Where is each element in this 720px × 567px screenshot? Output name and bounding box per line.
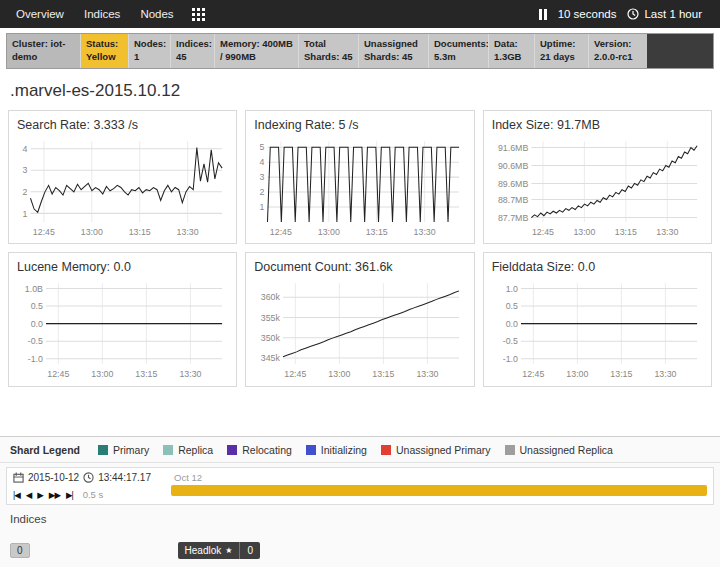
svg-text:-1.0: -1.0 bbox=[28, 354, 43, 364]
svg-text:3: 3 bbox=[22, 165, 27, 175]
svg-text:0.5: 0.5 bbox=[31, 301, 43, 311]
cluster-uptime-cell: Uptime: 21 days bbox=[535, 34, 589, 68]
star-icon: ★ bbox=[225, 546, 232, 555]
unassigned-primary-swatch bbox=[381, 445, 391, 455]
skip-to-start-button[interactable]: |◀ bbox=[13, 490, 20, 500]
svg-text:87.7MB: 87.7MB bbox=[498, 212, 528, 222]
cluster-status-bar: Cluster: iot-demo Status: Yellow Nodes: … bbox=[6, 33, 714, 69]
refresh-interval-label[interactable]: 10 seconds bbox=[558, 8, 617, 20]
legend-item-unassigned-replica: Unassigned Replica bbox=[505, 444, 613, 456]
cluster-indices-cell: Indices: 45 bbox=[171, 34, 215, 68]
svg-text:0.0: 0.0 bbox=[505, 319, 517, 329]
primary-swatch bbox=[98, 445, 108, 455]
relocating-swatch bbox=[227, 445, 237, 455]
svg-text:13:15: 13:15 bbox=[135, 370, 157, 380]
legend-item-relocating: Relocating bbox=[227, 444, 292, 456]
svg-text:355k: 355k bbox=[261, 313, 281, 323]
shard-legend-title: Shard Legend bbox=[10, 444, 80, 456]
timeline-time[interactable]: 13:44:17.17 bbox=[98, 472, 151, 483]
svg-text:89.6MB: 89.6MB bbox=[498, 178, 528, 188]
tab-indices[interactable]: Indices bbox=[74, 1, 130, 27]
play-button[interactable]: ▶ bbox=[37, 490, 43, 500]
chart-panel-fielddata-size: Fielddata Size: 0.0 12:4513:0013:1513:30… bbox=[483, 252, 712, 387]
svg-text:90.6MB: 90.6MB bbox=[498, 160, 528, 170]
document-count-title: Document Count: 361.6k bbox=[254, 260, 465, 274]
cluster-total-shards-cell: Total Shards: 45 bbox=[299, 34, 359, 68]
svg-text:12:45: 12:45 bbox=[532, 227, 554, 237]
navbar-right-controls: 10 seconds Last 1 hour bbox=[535, 8, 714, 20]
timeline-progress-bar[interactable] bbox=[171, 485, 707, 496]
svg-text:13:00: 13:00 bbox=[81, 227, 103, 237]
clock-icon bbox=[627, 8, 639, 20]
time-range-control[interactable]: Last 1 hour bbox=[623, 8, 706, 20]
indices-section-title: Indices bbox=[10, 513, 710, 525]
svg-text:12:45: 12:45 bbox=[285, 370, 307, 380]
svg-text:88.7MB: 88.7MB bbox=[498, 194, 528, 204]
step-back-button[interactable]: ◀ bbox=[26, 490, 32, 500]
svg-text:13:30: 13:30 bbox=[417, 370, 439, 380]
index-size-chart: 12:4513:0013:1513:3087.7MB88.7MB89.6MB90… bbox=[492, 135, 703, 241]
apps-grid-icon[interactable] bbox=[192, 8, 205, 21]
cluster-data-cell: Data: 1.3GB bbox=[489, 34, 535, 68]
legend-label: Replica bbox=[178, 444, 213, 456]
indices-row: 0 Headlok ★ 0 bbox=[10, 542, 710, 559]
timeline-date[interactable]: 2015-10-12 bbox=[28, 472, 79, 483]
shard-activity-section: Shard Legend Primary Replica Relocating … bbox=[0, 436, 720, 567]
timeline-range-label: Oct 12 bbox=[174, 472, 707, 483]
svg-text:13:15: 13:15 bbox=[373, 370, 395, 380]
pause-refresh-button[interactable] bbox=[535, 9, 551, 20]
cluster-documents-cell: Documents: 5.3m bbox=[429, 34, 489, 68]
tab-overview[interactable]: Overview bbox=[6, 1, 74, 27]
legend-item-initializing: Initializing bbox=[306, 444, 367, 456]
svg-text:13:15: 13:15 bbox=[129, 227, 151, 237]
cluster-version-cell: Version: 2.0.0-rc1 bbox=[589, 34, 647, 68]
svg-text:91.6MB: 91.6MB bbox=[498, 142, 528, 152]
svg-text:13:00: 13:00 bbox=[566, 370, 588, 380]
grid-icon-glyph bbox=[192, 8, 205, 21]
legend-label: Relocating bbox=[242, 444, 292, 456]
index-badge-name-wrap: Headlok ★ bbox=[178, 542, 240, 559]
svg-text:13:15: 13:15 bbox=[614, 227, 636, 237]
time-range-label: Last 1 hour bbox=[644, 8, 702, 20]
svg-text:13:00: 13:00 bbox=[91, 370, 113, 380]
cluster-nodes-cell: Nodes: 1 bbox=[129, 34, 171, 68]
lucene-memory-title: Lucene Memory: 0.0 bbox=[17, 260, 228, 274]
cluster-memory-cell: Memory: 400MB / 990MB bbox=[215, 34, 299, 68]
svg-text:1.0: 1.0 bbox=[505, 284, 517, 294]
top-navbar: Overview Indices Nodes 10 seconds bbox=[0, 0, 720, 28]
svg-text:1.0B: 1.0B bbox=[25, 284, 43, 294]
timeline-datetime: 2015-10-12 13:44:17.17 bbox=[13, 472, 163, 483]
legend-item-unassigned-primary: Unassigned Primary bbox=[381, 444, 491, 456]
chart-panel-search-rate: Search Rate: 3.333 /s 12:4513:0013:1513:… bbox=[8, 110, 237, 245]
timeline-track: Oct 12 bbox=[171, 472, 707, 500]
skip-to-end-button[interactable]: ▶| bbox=[66, 490, 73, 500]
svg-text:13:30: 13:30 bbox=[179, 370, 201, 380]
timeline-left-controls: 2015-10-12 13:44:17.17 |◀ ◀ ▶ ▶▶ ▶| 0.5 … bbox=[13, 472, 163, 500]
svg-text:13:00: 13:00 bbox=[573, 227, 595, 237]
svg-text:1: 1 bbox=[260, 202, 265, 212]
playback-controls: |◀ ◀ ▶ ▶▶ ▶| 0.5 s bbox=[13, 489, 163, 500]
chart-panel-lucene-memory: Lucene Memory: 0.0 12:4513:0013:1513:30-… bbox=[8, 252, 237, 387]
svg-text:0.5: 0.5 bbox=[505, 301, 517, 311]
svg-text:345k: 345k bbox=[261, 353, 281, 363]
svg-text:5: 5 bbox=[260, 142, 265, 152]
replica-swatch bbox=[163, 445, 173, 455]
svg-text:4: 4 bbox=[22, 143, 27, 153]
svg-text:2: 2 bbox=[22, 187, 27, 197]
svg-text:4: 4 bbox=[260, 157, 265, 167]
svg-text:13:30: 13:30 bbox=[654, 370, 676, 380]
svg-text:-1.0: -1.0 bbox=[502, 354, 517, 364]
fast-forward-button[interactable]: ▶▶ bbox=[49, 490, 60, 500]
lucene-memory-chart: 12:4513:0013:1513:30-1.0-0.50.00.51.0B bbox=[17, 277, 228, 383]
initializing-swatch bbox=[306, 445, 316, 455]
search-rate-title: Search Rate: 3.333 /s bbox=[17, 118, 228, 132]
svg-text:13:30: 13:30 bbox=[656, 227, 678, 237]
tab-nodes[interactable]: Nodes bbox=[130, 1, 183, 27]
index-badge[interactable]: Headlok ★ 0 bbox=[178, 542, 260, 559]
svg-text:13:30: 13:30 bbox=[414, 227, 436, 237]
shard-count-box[interactable]: 0 bbox=[10, 543, 30, 558]
cluster-bar-handle bbox=[647, 34, 713, 68]
shard-legend: Shard Legend Primary Replica Relocating … bbox=[0, 437, 720, 463]
svg-text:13:00: 13:00 bbox=[329, 370, 351, 380]
svg-text:12:45: 12:45 bbox=[270, 227, 292, 237]
